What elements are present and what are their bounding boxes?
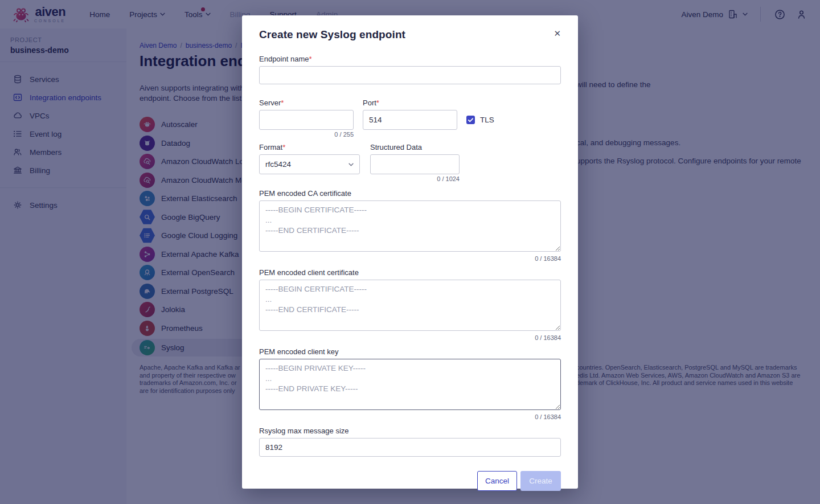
app-window: aiven CONSOLE Home Projects Tools Billin…	[0, 0, 820, 504]
ca-certificate-label: PEM encoded CA certificate	[259, 189, 561, 198]
endpoint-name-field[interactable]	[259, 66, 561, 84]
rsyslog-max-size-field[interactable]	[259, 438, 561, 457]
chevron-down-icon	[348, 163, 354, 166]
check-icon	[468, 118, 473, 122]
port-field[interactable]	[363, 110, 457, 130]
required-asterisk: *	[309, 55, 311, 63]
tls-checkbox[interactable]	[466, 116, 475, 124]
dialog-title: Create new Syslog endpoint	[259, 28, 405, 41]
close-icon[interactable]: ✕	[554, 28, 561, 39]
ca-certificate-field[interactable]	[259, 200, 561, 252]
client-key-label: PEM encoded client key	[259, 347, 561, 356]
tls-label: TLS	[480, 116, 494, 124]
endpoint-name-label: Endpoint name*	[259, 55, 561, 63]
required-asterisk: *	[376, 99, 379, 107]
format-select[interactable]: rfc5424	[259, 154, 360, 174]
server-label: Server*	[259, 99, 354, 107]
create-syslog-endpoint-dialog: Create new Syslog endpoint ✕ Endpoint na…	[242, 15, 578, 489]
client-certificate-char-counter: 0 / 16384	[259, 334, 561, 342]
server-char-counter: 0 / 255	[259, 131, 354, 138]
cancel-button[interactable]: Cancel	[477, 471, 517, 491]
client-certificate-field[interactable]	[259, 280, 561, 331]
structured-data-char-counter: 0 / 1024	[370, 175, 460, 183]
format-selected-value: rfc5424	[265, 160, 291, 169]
required-asterisk: *	[281, 99, 284, 107]
rsyslog-max-size-label: Rsyslog max message size	[259, 427, 561, 435]
ca-certificate-char-counter: 0 / 16384	[259, 255, 561, 263]
structured-data-label: Structured Data	[370, 143, 460, 151]
port-label: Port*	[363, 99, 457, 107]
client-key-char-counter: 0 / 16384	[259, 413, 561, 421]
required-asterisk: *	[282, 143, 285, 151]
format-label: Format*	[259, 143, 360, 151]
client-certificate-label: PEM encoded client certificate	[259, 268, 561, 277]
structured-data-field[interactable]	[370, 154, 460, 174]
client-key-field[interactable]	[259, 359, 561, 410]
create-button[interactable]: Create	[520, 471, 561, 491]
server-field[interactable]	[259, 110, 354, 130]
